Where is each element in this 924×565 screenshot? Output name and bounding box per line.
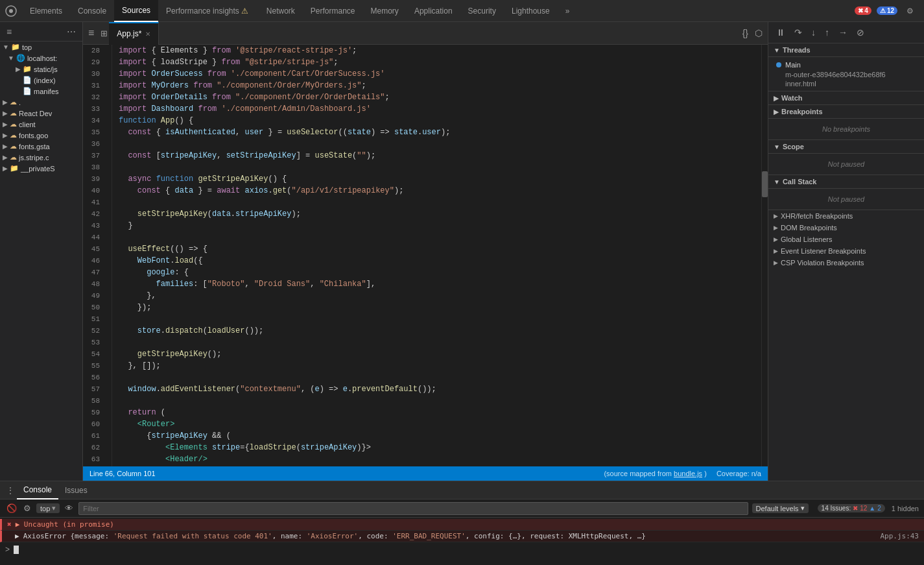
event-listeners-header[interactable]: ▶ Event Listener Breakpoints [768,245,924,257]
csp-violation-header[interactable]: ▶ CSP Violation Breakpoints [768,257,924,269]
main-thread-name: Main [785,61,801,69]
console-error-text: ▶ Uncaught (in promise) [16,520,912,529]
dom-breakpoints-header[interactable]: ▶ DOM Breakpoints [768,222,924,234]
tree-item-fonts-gsta[interactable]: ▶ ☁ fonts.gsta [0,141,82,152]
console-toolbar: 🚫 ⚙ top ▾ 👁 Default levels ▾ 14 Issues: … [0,499,924,518]
deactivate-breakpoints-button[interactable]: ⊘ [854,26,867,39]
sidebar-toggle-button[interactable]: ≡ [83,27,99,39]
settings-button[interactable]: ⚙ [900,0,920,22]
scope-label: Scope [783,143,804,150]
more-options-button[interactable]: ⋯ [64,25,78,38]
console-filter-input[interactable] [78,502,748,515]
tree-item-react-dev[interactable]: ▶ ☁ React Dev [0,108,82,119]
tree-item-dot[interactable]: ▶ ☁ . [0,97,82,108]
nav-memory[interactable]: Memory [363,0,407,22]
console-tabs: ⋮ Console Issues [0,481,924,499]
bundle-js-link[interactable]: bundle.js [674,470,702,477]
xhr-breakpoints-label: XHR/fetch Breakpoints [781,212,853,220]
chevron-down-icon: ▾ [801,504,805,512]
tree-item-index[interactable]: ▶ 📄 (index) [0,75,82,86]
thread-dot-icon [776,62,781,67]
tree-label: static/js [34,66,58,73]
nav-lighthouse[interactable]: Lighthouse [504,0,558,22]
chevron-right-icon: ▶ [3,154,8,161]
clear-console-button[interactable]: 🚫 [5,502,18,514]
log-level-dropdown[interactable]: Default levels ▾ [752,503,809,513]
nav-elements[interactable]: Elements [22,0,70,22]
global-listeners-header[interactable]: ▶ Global Listeners [768,234,924,245]
tree-label: fonts.gsta [19,143,50,150]
chevron-down-icon: ▼ [774,143,780,150]
console-tab[interactable]: Console [17,481,58,499]
tree-label: manifes [34,88,59,95]
tab-app-js[interactable]: App.js* ✕ [109,22,159,45]
breakpoints-section-header[interactable]: ▶ Breakpoints [768,105,924,119]
step-into-button[interactable]: ↓ [809,26,818,39]
console-settings-button[interactable]: ⚙ [22,502,32,514]
code-line: store.dispatch(loadUser()); [119,325,755,337]
step-over-button[interactable]: ↷ [792,26,805,39]
tree-item-manifest[interactable]: ▶ 📄 manifes [0,86,82,97]
tree-item-fonts-goo[interactable]: ▶ ☁ fonts.goo [0,130,82,141]
code-line: const { isAuthenticated, user } = useSel… [119,126,755,138]
issues-tab[interactable]: Issues [58,481,94,499]
thread-sub-item-1: m-outer-e38946e804432be68f6 [774,70,919,79]
code-line [119,372,755,383]
global-listeners-label: Global Listeners [781,235,833,243]
watch-section-header[interactable]: ▶ Watch [768,91,924,105]
tab-close-button[interactable]: ✕ [145,30,150,38]
xhr-breakpoints-header[interactable]: ▶ XHR/fetch Breakpoints [768,210,924,222]
folder-icon: ☁ [10,120,17,128]
chevron-right-icon: ▶ [16,66,21,73]
call-stack-not-paused: Not paused [774,191,919,207]
tree-item-client[interactable]: ▶ ☁ client [0,119,82,130]
chevron-right-icon: ▶ [3,121,8,128]
step-button[interactable]: → [836,26,850,39]
top-dropdown[interactable]: top ▾ [36,503,60,513]
code-line: async function getStripeApiKey() { [119,173,755,185]
call-stack-section-content: Not paused [768,189,924,210]
threads-section-header[interactable]: ▼ Threads [768,43,924,57]
format-button[interactable]: {} [741,27,750,40]
folder-icon: ☁ [10,131,17,139]
scope-section-header[interactable]: ▼ Scope [768,140,924,154]
nav-performance[interactable]: Performance [303,0,363,22]
nav-console[interactable]: Console [70,0,114,22]
top-nav: Elements Console Sources Performance ins… [0,0,924,22]
open-in-new-button[interactable]: ⬡ [753,27,764,40]
eye-filter-button[interactable]: 👁 [64,502,75,514]
pause-button[interactable]: ⏸ [774,26,788,39]
no-breakpoints-text: No breakpoints [774,121,919,137]
tree-item-top[interactable]: ▼ 📁 top [0,42,82,53]
editor-tabs: ≡ ⊞ App.js* ✕ {} ⬡ [83,22,768,45]
step-out-button[interactable]: ↑ [822,26,832,39]
tree-item-localhost[interactable]: ▼ 🌐 localhost: [0,53,82,64]
nav-application[interactable]: Application [407,0,460,22]
code-line: const { data } = await axios.get("/api/v… [119,185,755,197]
tree-item-static-js[interactable]: ▶ 📁 static/js [0,64,82,75]
breakpoints-section-content: No breakpoints [768,119,924,140]
editor-scrollbar[interactable] [761,45,768,466]
console-messages: ✖ ▶ Uncaught (in promise) ▶ AxiosError {… [0,518,924,565]
nav-performance-insights[interactable]: Performance insights ⚠ [158,0,259,22]
code-line [119,337,755,348]
panel-toolbar: ⏸ ↷ ↓ ↑ → ⊘ [768,22,924,43]
error-detail-location[interactable]: App.js:43 [873,532,919,540]
new-tab-button[interactable]: ⊞ [99,27,109,40]
console-menu-button[interactable]: ⋮ [4,486,17,495]
nav-security[interactable]: Security [460,0,504,22]
tree-item-private-s[interactable]: ▶ 📁 __privateS [0,163,82,174]
tree-item-js-stripe[interactable]: ▶ ☁ js.stripe.c [0,152,82,163]
chevron-right-icon: ▶ [3,110,8,117]
code-line: }, []); [119,360,755,372]
code-line [119,197,755,208]
chevron-right-icon: ▶ [3,143,8,150]
nav-network[interactable]: Network [259,0,303,22]
code-line: families: ["Roboto", "Droid Sans", "Chil… [119,278,755,290]
call-stack-section-header[interactable]: ▼ Call Stack [768,175,924,189]
nav-more[interactable]: » [558,0,578,22]
toggle-sidebar-button[interactable]: ≡ [4,25,14,38]
code-editor[interactable]: 28 29 30 31 32 33 34 35 36 37 38 39 40 4… [83,45,768,466]
code-line: useEffect(() => { [119,243,755,255]
nav-sources[interactable]: Sources [114,0,158,22]
